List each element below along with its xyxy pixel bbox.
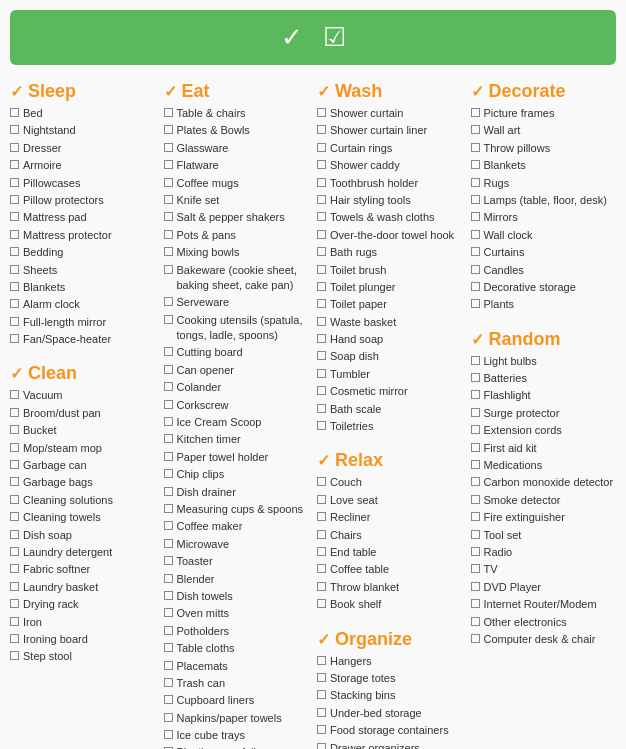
list-item[interactable]: Flatware xyxy=(164,158,310,173)
checkbox[interactable] xyxy=(471,477,480,486)
list-item[interactable]: Table & chairs xyxy=(164,106,310,121)
checkbox[interactable] xyxy=(471,634,480,643)
list-item[interactable]: Coffee mugs xyxy=(164,176,310,191)
checkbox[interactable] xyxy=(317,178,326,187)
checkbox[interactable] xyxy=(471,425,480,434)
list-item[interactable]: Cleaning towels xyxy=(10,510,156,525)
checkbox[interactable] xyxy=(317,247,326,256)
checkbox[interactable] xyxy=(317,656,326,665)
checkbox[interactable] xyxy=(164,469,173,478)
list-item[interactable]: Book shelf xyxy=(317,597,463,612)
list-item[interactable]: Fan/Space-heater xyxy=(10,332,156,347)
list-item[interactable]: Laundry basket xyxy=(10,580,156,595)
checkbox[interactable] xyxy=(471,512,480,521)
checkbox[interactable] xyxy=(317,495,326,504)
list-item[interactable]: Tumbler xyxy=(317,367,463,382)
list-item[interactable]: Towels & wash cloths xyxy=(317,210,463,225)
checkbox[interactable] xyxy=(317,282,326,291)
checkbox[interactable] xyxy=(164,417,173,426)
checkbox[interactable] xyxy=(317,108,326,117)
list-item[interactable]: Bakeware (cookie sheet, baking sheet, ca… xyxy=(164,263,310,294)
checkbox[interactable] xyxy=(164,539,173,548)
list-item[interactable]: Food storage containers xyxy=(317,723,463,738)
list-item[interactable]: Shower curtain xyxy=(317,106,463,121)
list-item[interactable]: Microwave xyxy=(164,537,310,552)
checkbox[interactable] xyxy=(317,351,326,360)
checkbox[interactable] xyxy=(10,390,19,399)
list-item[interactable]: Bedding xyxy=(10,245,156,260)
list-item[interactable]: Toothbrush holder xyxy=(317,176,463,191)
list-item[interactable]: Toilet plunger xyxy=(317,280,463,295)
list-item[interactable]: Laundry detergent xyxy=(10,545,156,560)
checkbox[interactable] xyxy=(10,651,19,660)
checkbox[interactable] xyxy=(164,574,173,583)
checkbox[interactable] xyxy=(164,212,173,221)
list-item[interactable]: Garbage bags xyxy=(10,475,156,490)
list-item[interactable]: Stacking bins xyxy=(317,688,463,703)
list-item[interactable]: Mattress pad xyxy=(10,210,156,225)
checkbox[interactable] xyxy=(317,299,326,308)
list-item[interactable]: Pillow protectors xyxy=(10,193,156,208)
list-item[interactable]: Rugs xyxy=(471,176,617,191)
list-item[interactable]: Wall clock xyxy=(471,228,617,243)
list-item[interactable]: Garbage can xyxy=(10,458,156,473)
checkbox[interactable] xyxy=(164,521,173,530)
list-item[interactable]: Full-length mirror xyxy=(10,315,156,330)
list-item[interactable]: Medications xyxy=(471,458,617,473)
list-item[interactable]: Tool set xyxy=(471,528,617,543)
checkbox[interactable] xyxy=(317,421,326,430)
checkbox[interactable] xyxy=(164,365,173,374)
checkbox[interactable] xyxy=(10,425,19,434)
list-item[interactable]: DVD Player xyxy=(471,580,617,595)
list-item[interactable]: Glassware xyxy=(164,141,310,156)
checkbox[interactable] xyxy=(10,282,19,291)
list-item[interactable]: Fire extinguisher xyxy=(471,510,617,525)
checkbox[interactable] xyxy=(317,195,326,204)
list-item[interactable]: Alarm clock xyxy=(10,297,156,312)
checkbox[interactable] xyxy=(10,547,19,556)
checkbox[interactable] xyxy=(164,125,173,134)
checkbox[interactable] xyxy=(164,265,173,274)
list-item[interactable]: Iron xyxy=(10,615,156,630)
list-item[interactable]: Colander xyxy=(164,380,310,395)
list-item[interactable]: Corkscrew xyxy=(164,398,310,413)
checkbox[interactable] xyxy=(317,125,326,134)
list-item[interactable]: Mirrors xyxy=(471,210,617,225)
checkbox[interactable] xyxy=(317,386,326,395)
list-item[interactable]: Bucket xyxy=(10,423,156,438)
list-item[interactable]: First aid kit xyxy=(471,441,617,456)
checkbox[interactable] xyxy=(10,512,19,521)
checkbox[interactable] xyxy=(471,247,480,256)
checkbox[interactable] xyxy=(164,608,173,617)
list-item[interactable]: Pillowcases xyxy=(10,176,156,191)
checkbox[interactable] xyxy=(10,617,19,626)
checkbox[interactable] xyxy=(471,373,480,382)
checkbox[interactable] xyxy=(164,382,173,391)
checkbox[interactable] xyxy=(10,247,19,256)
checkbox[interactable] xyxy=(471,460,480,469)
list-item[interactable]: Ice Cream Scoop xyxy=(164,415,310,430)
checkbox[interactable] xyxy=(317,265,326,274)
checkbox[interactable] xyxy=(471,617,480,626)
checkbox[interactable] xyxy=(317,160,326,169)
list-item[interactable]: Flashlight xyxy=(471,388,617,403)
list-item[interactable]: Serveware xyxy=(164,295,310,310)
list-item[interactable]: Dish towels xyxy=(164,589,310,604)
checkbox[interactable] xyxy=(164,713,173,722)
list-item[interactable]: Blankets xyxy=(10,280,156,295)
list-item[interactable]: Love seat xyxy=(317,493,463,508)
list-item[interactable]: Plants xyxy=(471,297,617,312)
list-item[interactable]: Bath rugs xyxy=(317,245,463,260)
list-item[interactable]: Hair styling tools xyxy=(317,193,463,208)
list-item[interactable]: Ironing board xyxy=(10,632,156,647)
list-item[interactable]: Pots & pans xyxy=(164,228,310,243)
checkbox[interactable] xyxy=(317,334,326,343)
list-item[interactable]: Plates & Bowls xyxy=(164,123,310,138)
list-item[interactable]: Coffee table xyxy=(317,562,463,577)
checkbox[interactable] xyxy=(10,317,19,326)
checkbox[interactable] xyxy=(317,369,326,378)
list-item[interactable]: Extension cords xyxy=(471,423,617,438)
list-item[interactable]: Trash can xyxy=(164,676,310,691)
list-item[interactable]: Plastic wrap, foil, wax paper xyxy=(164,745,310,749)
list-item[interactable]: Armoire xyxy=(10,158,156,173)
